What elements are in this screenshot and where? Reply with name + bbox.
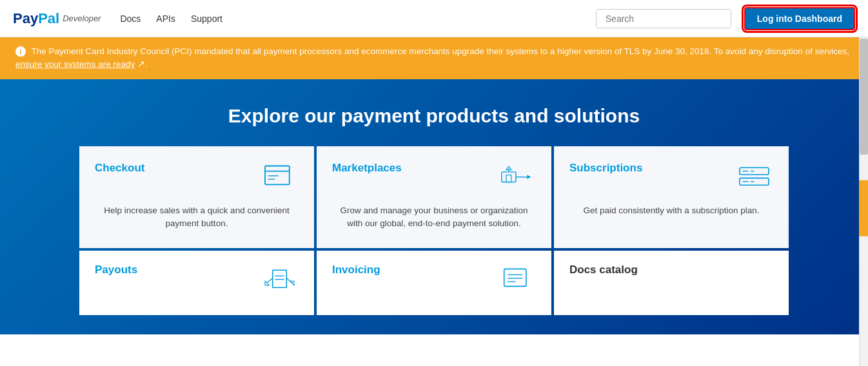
logo-paypal: PayPal [13, 10, 59, 27]
info-icon: i [15, 46, 26, 57]
feedback-tab[interactable]: FEEDBACK [859, 180, 868, 236]
card-docs-catalog-title: Docs catalog [569, 264, 638, 276]
scrollbar-thumb[interactable] [860, 39, 868, 155]
card-subscriptions-header: Subscriptions [569, 162, 773, 194]
logo-developer: Developer [63, 14, 101, 23]
card-checkout-desc: Help increase sales with a quick and con… [95, 204, 299, 231]
alert-link[interactable]: ensure your systems are ready [15, 59, 135, 69]
card-invoicing-header: Invoicing [332, 264, 536, 296]
card-marketplaces-desc: Grow and manage your business or organiz… [332, 204, 536, 231]
svg-marker-7 [527, 175, 531, 179]
card-docs-catalog-header: Docs catalog [569, 264, 773, 296]
logo: PayPal Developer [13, 10, 101, 27]
docs-catalog-icon [735, 264, 773, 296]
card-marketplaces-header: Marketplaces [332, 162, 536, 194]
cards-grid-top: Checkout Help increase sales with a quic… [79, 146, 789, 249]
card-payouts-title: Payouts [95, 264, 137, 276]
cards-grid-bottom: Payouts Invoicing [79, 251, 789, 315]
external-link-icon: ↗ [137, 59, 145, 69]
card-subscriptions-title: Subscriptions [569, 162, 642, 175]
card-marketplaces-title: Marketplaces [332, 162, 402, 175]
checkout-icon [260, 162, 299, 194]
scrollbar-track[interactable] [859, 0, 868, 334]
card-marketplaces[interactable]: Marketplaces Grow and manage your busine… [317, 146, 551, 249]
card-payouts-header: Payouts [95, 264, 299, 296]
card-invoicing[interactable]: Invoicing [317, 251, 551, 315]
card-checkout[interactable]: Checkout Help increase sales with a quic… [79, 146, 314, 249]
alert-text-before: The Payment Card Industry Council (PCI) … [32, 46, 849, 56]
invoicing-icon [497, 264, 536, 296]
svg-line-19 [266, 278, 272, 282]
svg-rect-16 [272, 270, 286, 287]
login-dashboard-button[interactable]: Log into Dashboard [744, 7, 855, 30]
navbar: PayPal Developer Docs APIs Support Log i… [0, 0, 868, 37]
nav-links: Docs APIs Support [120, 14, 222, 24]
svg-rect-4 [501, 172, 515, 182]
svg-marker-22 [290, 281, 293, 285]
marketplaces-icon [497, 162, 536, 194]
payouts-icon [260, 264, 299, 296]
nav-apis[interactable]: APIs [156, 14, 175, 24]
subscriptions-icon [735, 162, 773, 194]
hero-section: Explore our payment products and solutio… [0, 79, 868, 335]
card-invoicing-title: Invoicing [332, 264, 380, 276]
nav-support[interactable]: Support [191, 14, 222, 24]
svg-rect-5 [506, 175, 511, 182]
card-subscriptions[interactable]: Subscriptions Get paid consistently with… [554, 146, 789, 249]
card-docs-catalog[interactable]: Docs catalog [554, 251, 789, 315]
search-input[interactable] [596, 9, 731, 28]
card-subscriptions-desc: Get paid consistently with a subscriptio… [569, 204, 773, 217]
svg-rect-0 [265, 166, 290, 185]
card-checkout-header: Checkout [95, 162, 299, 194]
card-checkout-title: Checkout [95, 162, 144, 175]
card-payouts[interactable]: Payouts [79, 251, 314, 315]
nav-docs[interactable]: Docs [120, 14, 141, 24]
hero-title: Explore our payment products and solutio… [13, 105, 855, 127]
svg-rect-23 [504, 269, 526, 286]
alert-banner: i The Payment Card Industry Council (PCI… [0, 37, 868, 79]
